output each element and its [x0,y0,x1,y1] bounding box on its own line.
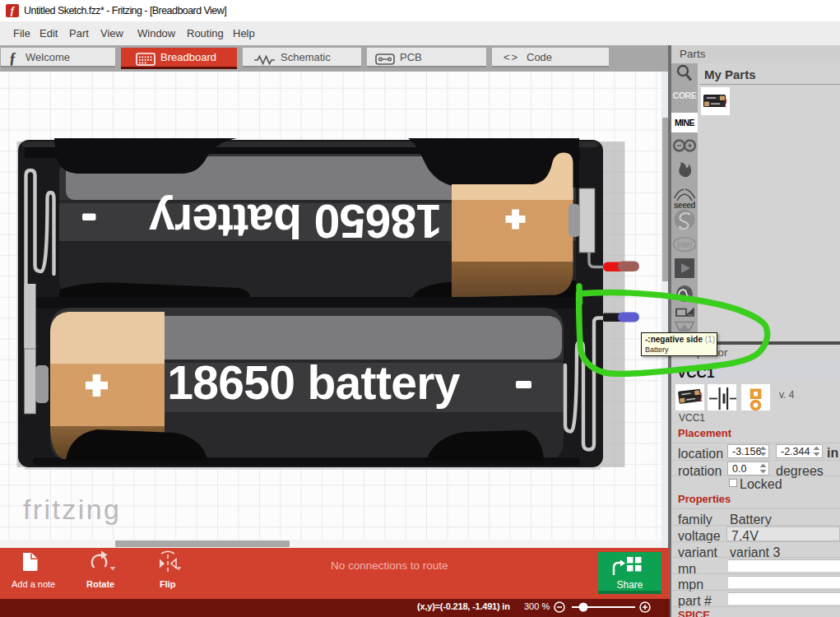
svg-text:18650 battery: 18650 battery [167,356,460,409]
svg-text:18650 battery: 18650 battery [149,195,442,248]
